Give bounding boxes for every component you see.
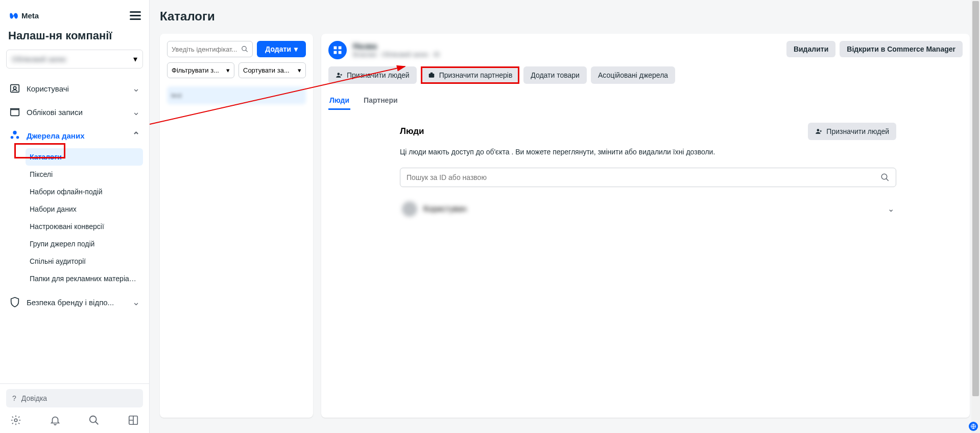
svg-point-17 [881, 174, 887, 179]
svg-rect-11 [339, 47, 342, 50]
search-icon [880, 173, 890, 182]
add-label: Додати [265, 45, 291, 53]
svg-point-6 [14, 419, 17, 422]
help-icon: ? [12, 394, 16, 402]
svg-point-16 [817, 129, 820, 131]
sub-event-groups[interactable]: Групи джерел подій [26, 235, 143, 253]
account-selector[interactable]: Обліковий запис ▾ [6, 50, 143, 69]
chevron-down-icon: ⌄ [888, 204, 894, 214]
svg-point-5 [16, 136, 19, 139]
catalog-search[interactable] [167, 41, 253, 57]
data-sources-subitems: Каталоги Пікселі Набори офлайн-подій Наб… [6, 148, 143, 287]
help-label: Довідка [21, 394, 47, 402]
sub-offline[interactable]: Набори офлайн-подій [26, 183, 143, 200]
help-button[interactable]: ? Довідка [6, 389, 143, 407]
brand-text: Meta [21, 11, 39, 20]
data-sources-icon [9, 130, 20, 141]
scrollbar-track[interactable] [971, 0, 980, 433]
catalog-grid-icon [328, 41, 347, 59]
sub-datasets[interactable]: Набори даних [26, 200, 143, 218]
gear-icon[interactable] [10, 415, 21, 426]
people-search-input[interactable] [407, 173, 880, 181]
person-name: Користувач [423, 204, 467, 214]
open-commerce-button[interactable]: Відкрити в Commerce Manager [840, 41, 963, 57]
bell-icon[interactable] [50, 415, 61, 426]
catalog-name: Назва [353, 42, 440, 51]
person-add-icon [815, 128, 822, 135]
nav-accounts-label: Облікові записи [27, 108, 83, 117]
catalog-detail-panel: Назва Власник · Обліковий запис · ID Вид… [321, 34, 970, 418]
meta-logo[interactable]: Meta [8, 11, 39, 20]
chevron-down-icon: ⌄ [132, 297, 140, 308]
avatar [402, 201, 417, 217]
tab-people[interactable]: Люди [328, 92, 350, 110]
chevron-down-icon: ⌄ [132, 106, 140, 118]
nav-brand-safety-label: Безпека бренду і відпо... [27, 298, 114, 307]
scrollbar-thumb[interactable] [972, 1, 979, 396]
add-products-button[interactable]: Додати товари [523, 66, 587, 84]
sub-folders[interactable]: Папки для рекламних матеріалів ... [26, 270, 143, 287]
search-icon[interactable] [88, 415, 100, 426]
sort-label: Сортувати за... [243, 66, 290, 74]
svg-rect-2 [11, 109, 19, 116]
person-add-icon [336, 72, 343, 79]
svg-point-4 [11, 136, 14, 139]
sub-shared-audiences[interactable]: Спільні аудиторії [26, 253, 143, 270]
catalog-list-item[interactable]: test [167, 86, 306, 104]
users-icon [9, 83, 20, 94]
assign-people-button-2[interactable]: Призначити людей [808, 123, 896, 140]
svg-rect-0 [11, 85, 19, 93]
nav-data-sources-label: Джерела даних [27, 131, 85, 140]
sort-button[interactable]: Сортувати за...▾ [238, 62, 306, 78]
globe-icon[interactable] [969, 422, 978, 431]
catalog-list-panel: Додати ▾ Фільтрувати з...▾ Сортувати за.… [160, 34, 313, 418]
shield-icon [9, 297, 20, 308]
catalog-subtitle: Власник · Обліковий запис · ID [353, 51, 440, 58]
svg-point-9 [242, 47, 246, 51]
chevron-down-icon: ⌄ [132, 83, 140, 94]
assign-people-label-2: Призначити людей [826, 127, 889, 135]
sidebar-title: Налаш-ня компанії [6, 27, 143, 50]
sidebar: Meta Налаш-ня компанії Обліковий запис ▾… [0, 0, 150, 433]
people-search[interactable] [400, 168, 896, 187]
catalog-search-input[interactable] [172, 45, 241, 53]
sub-catalogs[interactable]: Каталоги [26, 148, 143, 166]
nav-accounts[interactable]: Облікові записи ⌄ [6, 101, 143, 123]
assign-people-button[interactable]: Призначити людей [328, 66, 417, 84]
hamburger-menu[interactable] [130, 9, 141, 22]
sub-pixels[interactable]: Пікселі [26, 166, 143, 183]
person-row[interactable]: Користувач ⌄ [400, 197, 896, 221]
assign-partners-button[interactable]: Призначити партнерів [421, 66, 520, 84]
chevron-up-icon: ⌃ [132, 130, 140, 141]
associated-sources-button[interactable]: Асоційовані джерела [591, 66, 675, 84]
layout-icon[interactable] [128, 415, 139, 426]
accounts-icon [9, 106, 20, 118]
nav-data-sources[interactable]: Джерела даних ⌃ [6, 125, 143, 146]
svg-point-3 [13, 131, 16, 134]
svg-point-7 [90, 416, 97, 423]
filter-label: Фільтрувати з... [172, 66, 219, 74]
svg-rect-13 [339, 51, 342, 54]
sub-conversions[interactable]: Настроювані конверсії [26, 218, 143, 235]
caret-down-icon: ▾ [294, 45, 298, 53]
meta-icon [8, 12, 18, 19]
briefcase-icon [428, 72, 435, 79]
search-icon [241, 45, 248, 53]
svg-rect-15 [428, 74, 434, 78]
tab-partners[interactable]: Партнери [363, 92, 398, 110]
assign-people-label: Призначити людей [347, 71, 410, 79]
nav-brand-safety[interactable]: Безпека бренду і відпо... ⌄ [6, 291, 143, 313]
account-label: Обліковий запис [12, 55, 66, 63]
nav-users-label: Користувачі [27, 84, 69, 93]
caret-down-icon: ▾ [133, 54, 137, 64]
svg-rect-12 [334, 51, 337, 54]
add-button[interactable]: Додати ▾ [257, 41, 306, 57]
people-description: Ці люди мають доступ до об'єкта ​​​​​​. … [400, 147, 896, 157]
svg-rect-10 [334, 47, 337, 50]
nav-users[interactable]: Користувачі ⌄ [6, 78, 143, 99]
assign-partners-label: Призначити партнерів [439, 71, 513, 79]
svg-point-14 [338, 73, 340, 75]
filter-button[interactable]: Фільтрувати з...▾ [167, 62, 234, 78]
svg-point-1 [13, 86, 16, 89]
delete-button[interactable]: Видалити [786, 41, 835, 57]
